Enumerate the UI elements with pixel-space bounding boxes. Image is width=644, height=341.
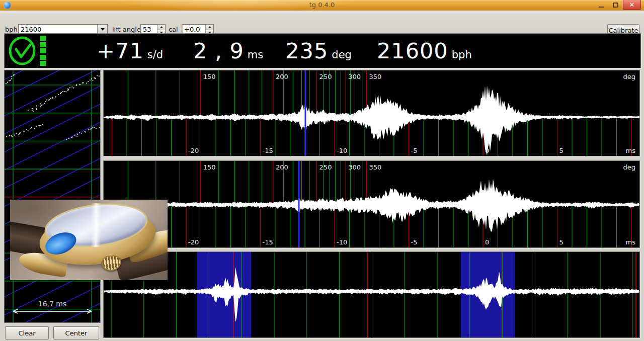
svg-text:350: 350 [369, 163, 382, 171]
svg-text:250: 250 [319, 73, 332, 80]
svg-text:150: 150 [203, 163, 216, 171]
bph-value: 21600 [377, 38, 448, 63]
svg-text:ms: ms [626, 238, 636, 246]
amplitude-reading: 235 deg [285, 38, 352, 63]
tock_waveform-canvas: 150200250300350-20-15-10-505degms [104, 161, 639, 247]
svg-text:-15: -15 [263, 238, 273, 246]
svg-text:-5: -5 [411, 238, 418, 246]
svg-text:-20: -20 [188, 147, 199, 154]
rate-unit: s/d [147, 49, 163, 61]
readings: +71 s/d 2 , 9 ms 235 deg 21600 bph [66, 38, 472, 63]
triangle-up-icon [208, 26, 211, 28]
amplitude-unit: deg [332, 49, 352, 61]
svg-text:200: 200 [276, 73, 288, 80]
close-icon: ✕ [629, 2, 635, 8]
status-bar: +71 s/d 2 , 9 ms 235 deg 21600 bph [4, 33, 641, 68]
svg-text:5: 5 [559, 238, 564, 246]
minimize-icon [599, 7, 604, 8]
watch-case [35, 200, 159, 280]
restore-button[interactable] [608, 0, 623, 10]
beat_overview-canvas [104, 252, 639, 337]
svg-text:300: 300 [348, 163, 361, 171]
svg-text:deg: deg [623, 163, 635, 171]
bph-label: bph [5, 26, 18, 33]
rate-value: +71 [97, 38, 144, 63]
svg-text:-10: -10 [337, 238, 347, 246]
svg-text:350: 350 [369, 73, 382, 80]
svg-text:5: 5 [559, 147, 564, 154]
tick-waveform-panel[interactable]: 150200250300350-20-15-10-505degms [103, 70, 640, 156]
chevron-down-icon [101, 28, 105, 31]
svg-text:-20: -20 [188, 238, 199, 246]
svg-text:0: 0 [485, 147, 489, 154]
bph-reading: 21600 bph [377, 38, 472, 63]
rate-reading: +71 s/d [97, 38, 163, 63]
lift-angle-label: lift angle [112, 26, 141, 33]
cal-label: cal [169, 26, 178, 33]
svg-text:0: 0 [485, 238, 489, 246]
paperogram-panel[interactable]: 16,7 ms [4, 70, 101, 323]
restore-icon [613, 3, 618, 8]
svg-text:300: 300 [348, 73, 361, 80]
beat-error-reading: 2 , 9 ms [193, 38, 263, 63]
spin-up-button[interactable] [206, 25, 213, 30]
beat-overview-panel[interactable] [103, 251, 640, 338]
signal-strength-dots [40, 35, 46, 66]
svg-text:deg: deg [623, 73, 635, 80]
watch-photo [10, 200, 168, 280]
watch-crown [101, 254, 122, 272]
toolbar: bph 21600 lift angle 53 cal +0.0 Calibra… [0, 11, 644, 32]
minimize-button[interactable] [594, 0, 608, 10]
caption-buttons: ✕ [594, 0, 641, 10]
clear-button[interactable]: Clear [5, 326, 49, 339]
triangle-up-icon [160, 26, 163, 28]
svg-text:ms: ms [626, 147, 636, 154]
spin-up-button[interactable] [157, 25, 165, 30]
tick_waveform-canvas: 150200250300350-20-15-10-505degms [104, 70, 639, 156]
svg-text:16,7 ms: 16,7 ms [38, 300, 67, 308]
close-button[interactable]: ✕ [623, 0, 641, 10]
title-bar: tg 0.4.0 ✕ [0, 0, 644, 11]
svg-text:150: 150 [203, 73, 216, 80]
beat-error-value: 2 , 9 [193, 38, 244, 63]
bph-unit: bph [452, 49, 472, 61]
svg-text:250: 250 [319, 163, 332, 171]
window-title: tg 0.4.0 [0, 1, 644, 9]
svg-text:-5: -5 [411, 147, 418, 154]
svg-text:-10: -10 [337, 147, 347, 154]
center-button[interactable]: Center [53, 326, 99, 339]
clock-ok-icon [9, 36, 37, 65]
paperogram-canvas: 16,7 ms [5, 70, 100, 322]
amplitude-value: 235 [285, 38, 328, 63]
svg-text:-15: -15 [263, 147, 273, 154]
beat-error-unit: ms [248, 49, 263, 61]
tock-waveform-panel[interactable]: 150200250300350-20-15-10-505degms [103, 160, 640, 248]
svg-text:200: 200 [276, 163, 288, 171]
